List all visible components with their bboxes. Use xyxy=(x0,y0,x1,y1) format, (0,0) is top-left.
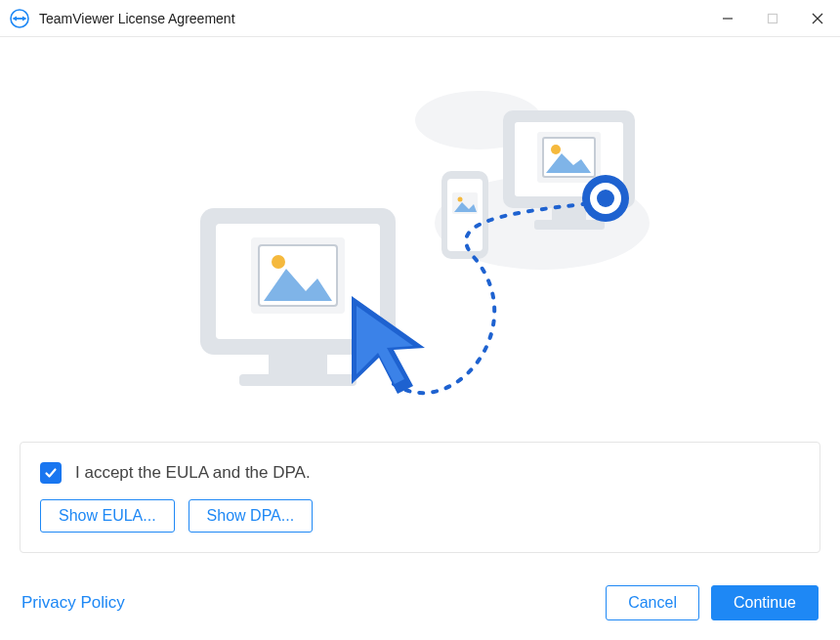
close-button[interactable] xyxy=(795,0,840,37)
svg-point-33 xyxy=(597,190,614,207)
content-area: I accept the EULA and the DPA. Show EULA… xyxy=(0,37,840,568)
svg-rect-3 xyxy=(16,18,23,20)
footer-buttons: Cancel Continue xyxy=(606,585,819,620)
svg-rect-19 xyxy=(447,179,483,251)
svg-rect-5 xyxy=(769,14,777,22)
show-dpa-button[interactable]: Show DPA... xyxy=(189,499,314,533)
accept-row: I accept the EULA and the DPA. xyxy=(40,462,800,484)
svg-rect-26 xyxy=(534,220,605,230)
svg-rect-12 xyxy=(269,355,327,374)
continue-button[interactable]: Continue xyxy=(711,585,819,620)
illustration xyxy=(20,57,820,442)
agreement-panel: I accept the EULA and the DPA. Show EULA… xyxy=(20,442,820,553)
footer: Privacy Policy Cancel Continue xyxy=(0,568,840,640)
teamviewer-logo-icon xyxy=(10,9,29,28)
cancel-button[interactable]: Cancel xyxy=(606,585,699,620)
window-controls xyxy=(705,0,840,37)
svg-point-16 xyxy=(272,255,285,269)
svg-point-29 xyxy=(551,145,561,154)
svg-point-21 xyxy=(458,196,463,201)
target-icon xyxy=(582,175,629,222)
maximize-button xyxy=(750,0,795,37)
svg-rect-13 xyxy=(239,374,357,386)
minimize-button[interactable] xyxy=(705,0,750,37)
show-buttons-row: Show EULA... Show DPA... xyxy=(40,499,800,533)
titlebar: TeamViewer License Agreement xyxy=(0,0,840,37)
accept-checkbox[interactable] xyxy=(40,462,62,484)
accept-label: I accept the EULA and the DPA. xyxy=(75,463,311,483)
svg-rect-25 xyxy=(552,208,586,220)
window-title: TeamViewer License Agreement xyxy=(39,11,705,26)
show-eula-button[interactable]: Show EULA... xyxy=(40,499,175,533)
privacy-policy-link[interactable]: Privacy Policy xyxy=(21,593,125,613)
